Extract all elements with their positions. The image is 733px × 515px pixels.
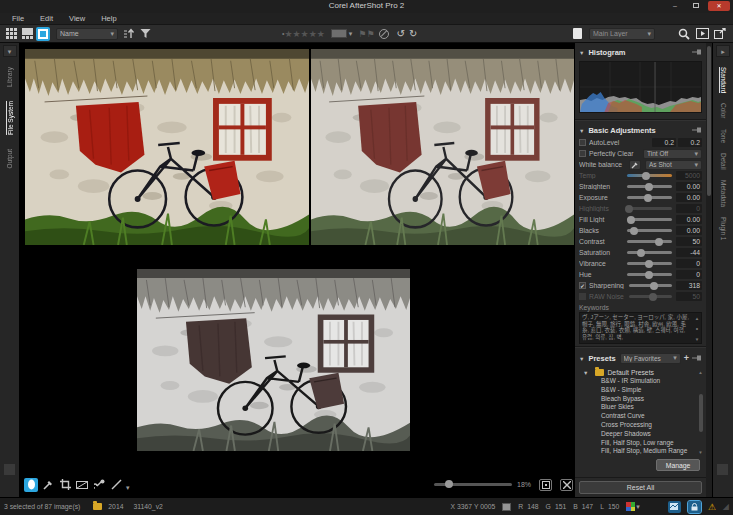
perfectly-clear-checkbox[interactable]	[579, 150, 586, 157]
exposure-slider[interactable]	[627, 196, 672, 199]
crop-tool-button[interactable]	[58, 478, 72, 492]
layer-dropdown[interactable]: Main Layer	[589, 28, 655, 40]
raw-noise-checkbox[interactable]	[579, 293, 586, 300]
collapse-triangle-icon[interactable]	[579, 126, 588, 135]
more-tools-chevron-icon[interactable]	[126, 476, 130, 494]
collapse-right-panel-button[interactable]: ▸	[716, 45, 730, 57]
scroll-down-icon[interactable]	[695, 335, 699, 342]
keywords-text[interactable]: ヴ, Jアーン, セーター, ヨーロッパ, 家, 小屋, 帽子, 無限, 旅行,…	[580, 313, 693, 343]
collapse-triangle-icon[interactable]	[579, 355, 588, 362]
scroll-down-icon[interactable]	[698, 448, 702, 455]
slider-handle[interactable]	[645, 260, 653, 268]
split-view-button[interactable]	[20, 27, 34, 41]
pin-icon[interactable]	[692, 126, 702, 134]
photo-bw-version[interactable]	[137, 269, 410, 451]
tab-color[interactable]: Color	[720, 103, 727, 119]
color-profile-button[interactable]	[626, 502, 640, 511]
redo-icon[interactable]	[409, 28, 417, 39]
fullscreen-button[interactable]	[713, 27, 727, 41]
photo-color-version[interactable]	[25, 49, 309, 245]
preset-item[interactable]: B&W - IR Simulation	[575, 377, 706, 386]
maximize-button[interactable]	[687, 1, 705, 11]
preset-item[interactable]: Cross Processing	[575, 421, 706, 430]
manage-presets-button[interactable]: Manage	[656, 459, 700, 471]
presets-favorites-dropdown[interactable]: My Favorites	[620, 353, 681, 364]
presets-folder-row[interactable]: Default Presets	[575, 367, 706, 377]
zoom-slider-handle[interactable]	[445, 480, 453, 488]
pin-icon[interactable]	[692, 48, 702, 56]
slider-handle[interactable]	[645, 271, 653, 279]
single-view-button[interactable]	[36, 27, 50, 41]
grid-view-button[interactable]	[4, 27, 18, 41]
menu-help[interactable]: Help	[101, 14, 116, 23]
sharpening-checkbox[interactable]	[579, 282, 586, 289]
raw-noise-value[interactable]: 50	[676, 292, 702, 301]
tab-output[interactable]: Output	[6, 149, 13, 169]
scroll-thumb[interactable]	[707, 46, 711, 196]
close-button[interactable]	[708, 1, 730, 11]
saturation-value[interactable]: -44	[676, 248, 702, 257]
exposure-value[interactable]: 0.00	[676, 193, 702, 202]
flag-pick-icon[interactable]	[358, 29, 366, 39]
current-folder[interactable]: 2014	[108, 503, 123, 510]
keywords-box[interactable]: ヴ, Jアーン, セーター, ヨーロッパ, 家, 小屋, 帽子, 無限, 旅行,…	[579, 312, 702, 344]
contrast-value[interactable]: 50	[676, 237, 702, 246]
zoom-slider[interactable]	[434, 483, 512, 486]
tab-file-system[interactable]: File System	[6, 101, 14, 135]
slider-handle[interactable]	[627, 216, 635, 224]
sharpening-value[interactable]: 318	[676, 281, 702, 290]
autolevel-value-1[interactable]: 0.2	[652, 138, 676, 147]
scroll-up-icon[interactable]	[695, 314, 699, 321]
photo-muted-version[interactable]	[311, 49, 574, 245]
minimize-button[interactable]	[666, 1, 684, 11]
lock-button[interactable]	[688, 501, 701, 513]
tab-metadata[interactable]: Metadata	[720, 180, 727, 207]
search-button[interactable]	[677, 27, 691, 41]
pan-tool-button[interactable]	[24, 478, 38, 492]
scroll-thumb[interactable]	[696, 325, 698, 332]
saturation-slider[interactable]	[627, 251, 672, 254]
no-flag-icon[interactable]	[379, 29, 389, 39]
heal-clone-tool-button[interactable]	[92, 478, 106, 492]
preset-item[interactable]: Fill, Half Stop, Low range	[575, 439, 706, 448]
preset-item[interactable]: B&W - Simple	[575, 386, 706, 395]
left-strip-handle[interactable]	[4, 464, 15, 475]
menu-file[interactable]: File	[12, 14, 24, 23]
keywords-scrollbar[interactable]	[693, 313, 701, 343]
star-rating-1[interactable]	[284, 29, 292, 39]
slider-handle[interactable]	[650, 282, 658, 290]
preset-item[interactable]: Bleach Bypass	[575, 395, 706, 404]
color-label-chevron-icon[interactable]	[349, 30, 353, 38]
color-label-swatch[interactable]	[331, 29, 347, 38]
collapse-triangle-icon[interactable]	[583, 369, 592, 376]
temp-value[interactable]: 5000	[676, 171, 702, 180]
pin-icon[interactable]	[692, 354, 702, 362]
vibrance-value[interactable]: 0	[676, 259, 702, 268]
slider-handle[interactable]	[637, 249, 645, 257]
warning-icon[interactable]	[708, 502, 716, 512]
right-strip-handle[interactable]	[717, 464, 728, 475]
undo-icon[interactable]	[397, 28, 405, 39]
tab-standard[interactable]: Standard	[719, 67, 727, 93]
collapse-triangle-icon[interactable]	[579, 48, 588, 57]
star-rating-4[interactable]	[309, 29, 317, 39]
flag-reject-icon[interactable]	[366, 29, 374, 39]
slider-handle[interactable]	[645, 183, 653, 191]
preset-item[interactable]: Fill, Half Stop, Medium Range	[575, 447, 706, 456]
straighten-tool-button[interactable]	[75, 478, 89, 492]
autolevel-value-2[interactable]: 0.2	[678, 138, 702, 147]
hue-value[interactable]: 0	[676, 270, 702, 279]
preset-item[interactable]: Bluer Skies	[575, 403, 706, 412]
tab-tone[interactable]: Tone	[720, 129, 727, 143]
tab-plugin-1[interactable]: Plugin 1	[720, 217, 727, 241]
white-balance-dropdown[interactable]: As Shot	[645, 160, 702, 170]
slider-handle[interactable]	[625, 205, 633, 213]
scroll-thumb[interactable]	[699, 394, 703, 432]
perfectly-clear-dropdown[interactable]: Tint Off	[643, 149, 702, 159]
slider-handle[interactable]	[630, 227, 638, 235]
preset-item[interactable]: Deeper Shadows	[575, 430, 706, 439]
actual-size-button[interactable]	[539, 479, 552, 491]
hue-slider[interactable]	[627, 273, 672, 276]
eyedropper-tool-button[interactable]	[41, 478, 55, 492]
new-version-icon[interactable]	[573, 28, 582, 39]
